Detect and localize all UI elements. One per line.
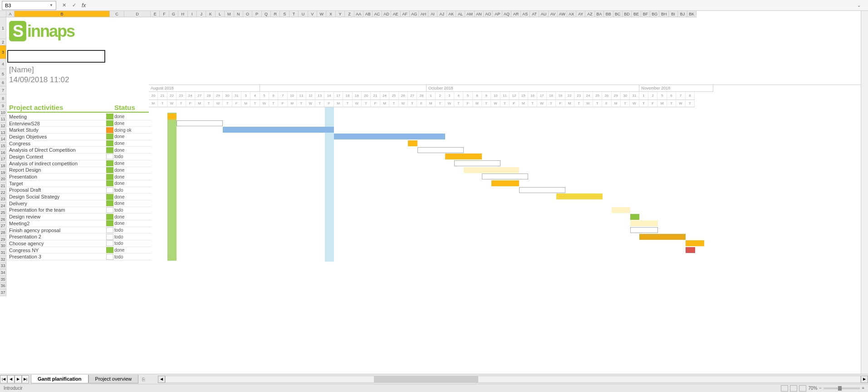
- formula-controls: ✕ ✓ fx: [60, 1, 86, 10]
- accept-icon[interactable]: ✓: [70, 1, 78, 10]
- name-box[interactable]: B3 ▼: [2, 1, 56, 10]
- cancel-icon[interactable]: ✕: [60, 1, 68, 10]
- formula-input[interactable]: [88, 1, 857, 10]
- name-box-dropdown-icon[interactable]: ▼: [49, 3, 53, 7]
- cell-reference: B3: [5, 3, 11, 8]
- fx-icon[interactable]: fx: [82, 2, 86, 9]
- expand-formula-icon[interactable]: ⌄: [857, 3, 866, 8]
- formula-bar: B3 ▼ ✕ ✓ fx ⌄: [0, 0, 868, 11]
